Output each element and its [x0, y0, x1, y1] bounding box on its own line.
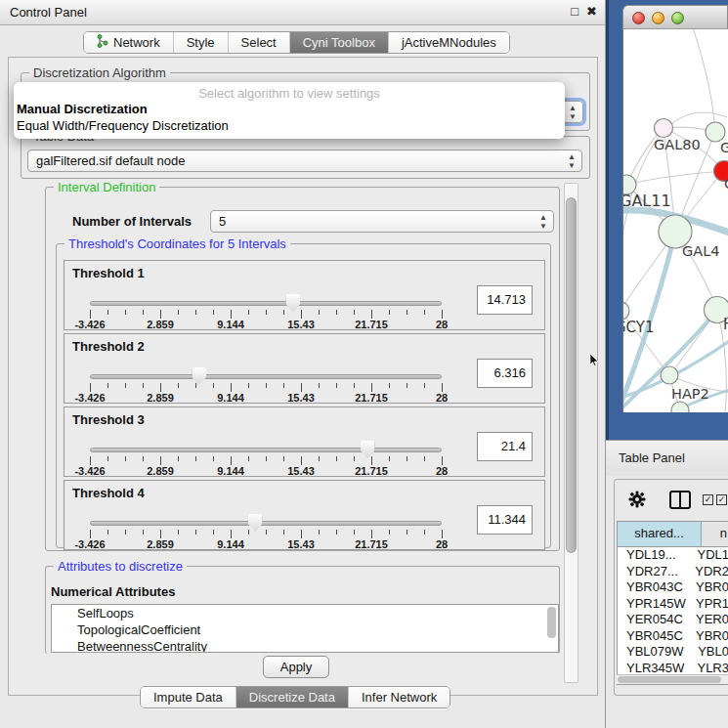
- control-panel-tabs: Network Style Select Cyni Toolbox jActiv…: [83, 31, 510, 54]
- attributes-group: Attributes to discretize Numerical Attri…: [45, 566, 560, 654]
- slider-track[interactable]: [90, 448, 442, 452]
- node-gal80[interactable]: [655, 119, 673, 138]
- slider-ticks: [90, 310, 442, 320]
- scrollbar-thumb[interactable]: [566, 197, 577, 553]
- control-panel-window: Control Panel □ ✖ Network Style Select C…: [0, 0, 606, 728]
- panel-vertical-scrollbar[interactable]: [564, 183, 578, 683]
- threshold-4-slider[interactable]: [90, 517, 442, 531]
- table-data-combobox[interactable]: galFiltered.sif default node ▲▼: [27, 150, 582, 172]
- network-icon: [97, 34, 108, 51]
- network-canvas[interactable]: GAL80 GA GAL11 C GAL4 GCY1 H HAP2: [622, 29, 728, 412]
- table-row[interactable]: YDR27...YDR2: [618, 564, 728, 580]
- network-window-titlebar[interactable]: [622, 5, 728, 29]
- window-title: Control Panel: [10, 5, 87, 20]
- table-row[interactable]: YPR145WYPR1: [618, 596, 728, 613]
- slider-ticks: [90, 383, 442, 393]
- table-row[interactable]: YER054CYER0: [618, 612, 728, 628]
- list-item[interactable]: BetweennessCentrality: [52, 638, 558, 653]
- tab-style[interactable]: Style: [174, 32, 229, 53]
- tab-impute-data[interactable]: Impute Data: [141, 687, 236, 707]
- threshold-1-panel: Threshold 1 -3.426 2.859 9.144 15.43 21.…: [64, 260, 545, 330]
- threshold-1-slider[interactable]: [90, 297, 442, 311]
- slider-track[interactable]: [90, 521, 442, 526]
- slider-ticks: [90, 530, 442, 539]
- cyni-toolbox-panel: Discretization Algorithm ▲▼ Select algor…: [8, 57, 598, 696]
- gear-icon[interactable]: [628, 491, 646, 511]
- threshold-4-label: Threshold 4: [72, 486, 145, 500]
- combo-arrows-icon: ▲▼: [568, 104, 578, 121]
- table-panel-titlebar: Table Panel: [606, 440, 728, 476]
- table-row[interactable]: YBR043CYBR0: [618, 579, 728, 596]
- dropdown-option-equal-width[interactable]: Equal Width/Frequency Discretization: [14, 117, 565, 134]
- discretization-algorithm-label: Discretization Algorithm: [29, 65, 170, 80]
- threshold-2-slider[interactable]: [90, 370, 442, 384]
- apply-button[interactable]: Apply: [263, 656, 329, 678]
- threshold-1-label: Threshold 1: [72, 266, 145, 280]
- checked-checkbox-icon[interactable]: ✓: [703, 494, 713, 505]
- column-header-shared-name[interactable]: shared...: [618, 522, 702, 546]
- threshold-2-value-field[interactable]: 6.316: [477, 359, 533, 388]
- numerical-attributes-list[interactable]: SelfLoops TopologicalCoefficient Between…: [51, 604, 559, 653]
- tab-cyni-toolbox[interactable]: Cyni Toolbox: [290, 32, 389, 53]
- dropdown-prompt: Select algorithm to view settings: [14, 82, 565, 101]
- close-window-icon[interactable]: ✖: [586, 4, 597, 19]
- zoom-traffic-light-icon[interactable]: [671, 12, 684, 24]
- threshold-1-value-field[interactable]: 14.713: [477, 285, 533, 315]
- number-of-intervals-value: 5: [219, 214, 226, 229]
- list-scrollbar-thumb[interactable]: [547, 607, 556, 638]
- node-label: C: [724, 176, 728, 192]
- node-gcy1[interactable]: [623, 302, 629, 320]
- table-row[interactable]: YBL079WYBL0: [618, 644, 728, 661]
- table-horizontal-scrollbar[interactable]: [617, 674, 728, 684]
- tab-infer-network[interactable]: Infer Network: [349, 687, 450, 707]
- node-label: GAL4: [682, 243, 719, 259]
- minimize-traffic-light-icon[interactable]: [652, 12, 664, 24]
- threshold-3-slider[interactable]: [90, 444, 442, 457]
- node-table[interactable]: shared... n YDL19...YDL1 YDR27...YDR2 YB…: [617, 521, 728, 685]
- float-window-icon[interactable]: □: [571, 4, 578, 19]
- tab-network[interactable]: Network: [84, 32, 174, 53]
- table-row[interactable]: YDL19...YDL1: [618, 547, 728, 564]
- scrollbar-thumb[interactable]: [618, 676, 721, 683]
- threshold-4-panel: Threshold 4 -3.426 2.859 9.144 15.43 21.…: [64, 480, 545, 550]
- interval-definition-group: Interval Definition Number of Intervals …: [45, 187, 560, 551]
- threshold-3-panel: Threshold 3 -3.426 2.859 9.144 15.43 21.…: [64, 407, 545, 477]
- threshold-2-label: Threshold 2: [72, 339, 145, 354]
- table-panel: ✓ ✓ shared... n YDL19...YDL1 YDR27...YDR…: [614, 479, 728, 696]
- network-graph[interactable]: GAL80 GA GAL11 C GAL4 GCY1 H HAP2: [623, 29, 728, 412]
- node-partial-bottom[interactable]: [671, 402, 689, 412]
- split-columns-icon[interactable]: [669, 491, 691, 509]
- close-traffic-light-icon[interactable]: [632, 12, 645, 24]
- node-ga[interactable]: [706, 122, 725, 142]
- thresholds-group: Threshold's Coordinates for 5 Intervals …: [56, 243, 551, 548]
- tab-select[interactable]: Select: [229, 32, 290, 53]
- threshold-4-value-field[interactable]: 11.344: [477, 505, 533, 535]
- cyni-mode-tabs: Impute Data Discretize Data Infer Networ…: [140, 686, 450, 708]
- control-panel-titlebar: Control Panel □ ✖: [0, 0, 605, 25]
- interval-definition-label: Interval Definition: [54, 180, 159, 194]
- algorithm-dropdown-popup: Select algorithm to view settings Manual…: [14, 82, 565, 139]
- tab-discretize-data[interactable]: Discretize Data: [236, 687, 349, 707]
- table-row[interactable]: YBR045CYBR0: [618, 628, 728, 645]
- table-toolbar: ✓ ✓: [615, 480, 728, 519]
- node-label: GAL80: [654, 137, 701, 152]
- node-hap2[interactable]: [661, 366, 678, 384]
- combo-arrows-icon: ▲▼: [567, 152, 577, 170]
- tab-jactivemnodules[interactable]: jActiveMNodules: [389, 32, 509, 53]
- threshold-3-value-field[interactable]: 21.4: [477, 432, 533, 461]
- checked-checkbox-icon[interactable]: ✓: [716, 494, 727, 505]
- right-side: GAL80 GA GAL11 C GAL4 GCY1 H HAP2 Table …: [606, 0, 728, 728]
- node-label: HAP2: [671, 386, 709, 402]
- list-item[interactable]: TopologicalCoefficient: [52, 621, 558, 638]
- dropdown-option-manual[interactable]: Manual Discretization: [14, 101, 565, 117]
- slider-track[interactable]: [90, 301, 442, 306]
- combo-arrows-icon: ▲▼: [538, 213, 548, 231]
- number-of-intervals-combobox[interactable]: 5 ▲▼: [210, 210, 554, 233]
- table-header-row: shared... n: [618, 522, 728, 547]
- table-data-group: Table Data galFiltered.sif default node …: [21, 136, 590, 179]
- slider-track[interactable]: [90, 374, 442, 379]
- threshold-2-panel: Threshold 2 -3.426 2.859 9.144 15.43 21.…: [64, 333, 545, 404]
- column-header-name[interactable]: n: [702, 522, 728, 546]
- node-label: GCY1: [623, 319, 655, 336]
- list-item[interactable]: SelfLoops: [52, 605, 558, 621]
